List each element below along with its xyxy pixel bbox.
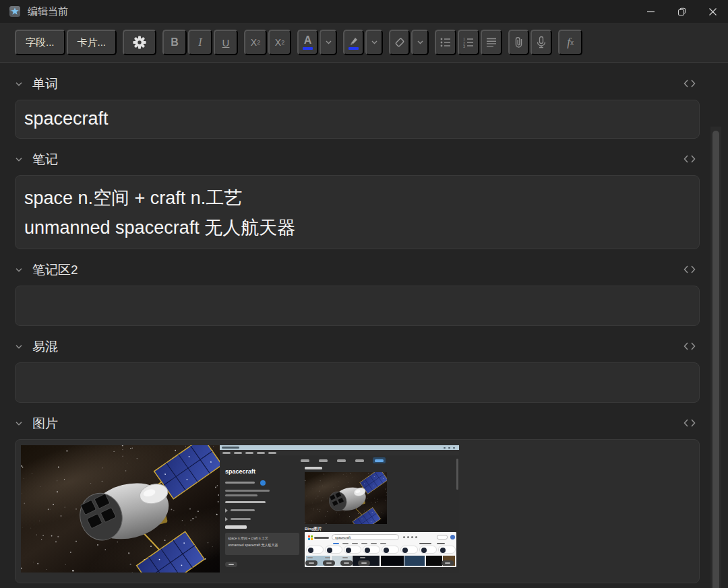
field-input-notes2[interactable] bbox=[15, 286, 700, 326]
bullet-list-icon bbox=[439, 36, 452, 49]
script-group: X2 X2 bbox=[244, 30, 291, 55]
chip-thumb bbox=[384, 548, 389, 553]
svg-text:3: 3 bbox=[463, 44, 465, 48]
embedded-edit-button bbox=[225, 562, 237, 567]
inline-format-group: B I U bbox=[162, 30, 238, 55]
embedded-collapse-caret bbox=[225, 509, 228, 513]
chevron-down-icon bbox=[417, 40, 424, 45]
chip-thumb bbox=[365, 548, 370, 553]
html-editor-toggle[interactable] bbox=[682, 341, 697, 354]
highlight-color-swatch bbox=[348, 47, 359, 50]
chevron-down-icon bbox=[15, 344, 23, 350]
bing-icon bbox=[407, 536, 409, 538]
attach-button[interactable] bbox=[508, 30, 529, 55]
field-header: 单词 bbox=[15, 74, 700, 94]
restore-button[interactable] bbox=[666, 0, 697, 23]
field-label: 笔记 bbox=[32, 151, 58, 168]
bing-suggestion-chip bbox=[306, 546, 324, 554]
numbered-list-button[interactable]: 123 bbox=[458, 30, 479, 55]
bing-suggestion-chip bbox=[382, 546, 399, 554]
editor-toolbar: 字段... 卡片... B I U bbox=[0, 23, 728, 63]
embedded-tab bbox=[337, 459, 346, 462]
fields-button[interactable]: 字段... bbox=[15, 30, 65, 55]
bold-button[interactable]: B bbox=[162, 30, 187, 55]
note-buttons-group: 字段... 卡片... bbox=[15, 30, 117, 55]
text-color-group: A bbox=[297, 30, 337, 55]
embedded-collapsed-row bbox=[231, 509, 255, 511]
chevron-down-icon bbox=[15, 81, 23, 87]
text-color-dropdown[interactable] bbox=[320, 30, 337, 55]
text-color-button[interactable]: A bbox=[297, 30, 318, 55]
minimize-button[interactable] bbox=[635, 0, 666, 23]
pill-label bbox=[344, 562, 349, 564]
embedded-text-line bbox=[225, 494, 257, 496]
bing-suggestion-chip bbox=[438, 546, 456, 554]
bing-result-thumbnail bbox=[426, 556, 442, 566]
microphone-icon bbox=[535, 36, 547, 49]
record-audio-button[interactable] bbox=[530, 30, 552, 55]
embedded-note-line: unmanned spacecraft 无人航天器 bbox=[228, 542, 297, 548]
bullet-list-button[interactable] bbox=[435, 30, 456, 55]
justify-icon bbox=[485, 36, 498, 49]
embedded-menu-item bbox=[245, 452, 253, 454]
subscript-button[interactable]: X2 bbox=[268, 30, 291, 55]
scrollbar-thumb[interactable] bbox=[712, 131, 719, 588]
pill-label bbox=[445, 562, 450, 564]
eraser-button[interactable] bbox=[389, 30, 410, 55]
bing-result-thumbnail bbox=[381, 556, 404, 566]
window-controls bbox=[635, 0, 728, 23]
embedded-menu-item bbox=[222, 452, 231, 454]
remove-format-dropdown[interactable] bbox=[411, 30, 429, 55]
app-screenshot-image[interactable]: spacecraft space n.空间 + craft n.工艺 unman… bbox=[220, 445, 459, 573]
sub-base: X bbox=[275, 37, 281, 48]
settings-button[interactable] bbox=[123, 30, 156, 55]
collapse-toggle[interactable] bbox=[15, 421, 32, 426]
ms-logo-sq bbox=[308, 538, 310, 540]
close-icon bbox=[708, 7, 717, 16]
numbered-list-icon: 123 bbox=[462, 36, 475, 49]
highlight-button[interactable] bbox=[343, 30, 364, 55]
field-header: 笔记 bbox=[15, 150, 700, 170]
spacecraft-image[interactable] bbox=[21, 445, 220, 573]
answer-easy-button bbox=[358, 560, 370, 566]
equations-button[interactable]: fx bbox=[558, 30, 582, 55]
html-code-icon bbox=[682, 341, 697, 351]
bing-avatar bbox=[450, 535, 455, 540]
close-button[interactable] bbox=[697, 0, 728, 23]
field-input-word[interactable]: spacecraft bbox=[15, 100, 700, 139]
bing-icon bbox=[411, 536, 413, 538]
bing-result-thumbnail bbox=[404, 556, 425, 566]
html-editor-toggle[interactable] bbox=[682, 154, 697, 166]
html-editor-toggle[interactable] bbox=[682, 79, 697, 91]
html-editor-toggle[interactable] bbox=[682, 265, 697, 277]
collapse-toggle[interactable] bbox=[15, 157, 32, 162]
collapse-toggle[interactable] bbox=[15, 81, 32, 87]
underline-button[interactable]: U bbox=[214, 30, 238, 55]
field-label: 单词 bbox=[32, 75, 58, 93]
text-color-swatch bbox=[303, 47, 313, 50]
collapse-toggle[interactable] bbox=[15, 267, 32, 273]
embedded-titlebar bbox=[220, 445, 459, 450]
embedded-screenshot-heading bbox=[305, 467, 322, 469]
bing-search-icon bbox=[415, 536, 417, 538]
remove-format-group bbox=[389, 30, 429, 55]
field-input-confusable[interactable] bbox=[15, 362, 700, 403]
gear-icon bbox=[133, 36, 146, 49]
field-input-images[interactable]: spacecraft space n.空间 + craft n.工艺 unman… bbox=[15, 439, 700, 583]
alignment-button[interactable] bbox=[481, 30, 502, 55]
field-header: 图片 bbox=[15, 414, 700, 434]
superscript-button[interactable]: X2 bbox=[244, 30, 267, 55]
pill-label bbox=[326, 562, 332, 564]
embedded-tab bbox=[355, 459, 364, 462]
cards-button[interactable]: 卡片... bbox=[67, 30, 117, 55]
field-label: 易混 bbox=[32, 338, 58, 356]
highlight-dropdown[interactable] bbox=[365, 30, 383, 55]
html-code-icon bbox=[682, 418, 697, 428]
ms-logo-sq bbox=[311, 538, 313, 540]
collapse-toggle[interactable] bbox=[15, 344, 32, 350]
field-input-notes[interactable]: space n.空间 + craft n.工艺 unmanned spacecr… bbox=[15, 175, 700, 249]
embedded-min bbox=[444, 447, 446, 449]
italic-button[interactable]: I bbox=[188, 30, 212, 55]
scrollbar-track[interactable] bbox=[710, 127, 721, 588]
html-editor-toggle[interactable] bbox=[682, 418, 697, 430]
